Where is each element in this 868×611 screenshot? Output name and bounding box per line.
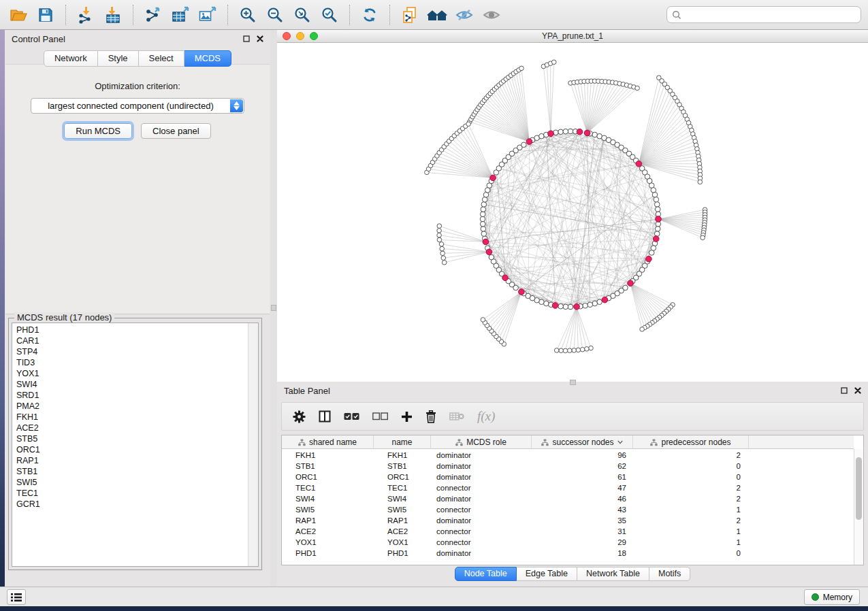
network-node[interactable]	[589, 346, 594, 350]
network-node[interactable]	[437, 233, 442, 237]
deselect-all-checkboxes-icon[interactable]	[372, 412, 388, 420]
show-panels-button[interactable]	[7, 589, 26, 605]
import-network-icon[interactable]	[74, 4, 97, 26]
close-icon[interactable]	[257, 35, 263, 42]
mcds-network-node[interactable]	[552, 303, 558, 309]
mcds-result-item[interactable]: PHD1	[12, 325, 247, 335]
mcds-network-node[interactable]	[628, 280, 634, 286]
zoom-fit-icon[interactable]	[291, 4, 314, 26]
zoom-in-icon[interactable]	[236, 4, 259, 26]
mcds-result-item[interactable]: SRD1	[12, 390, 247, 401]
tab-style[interactable]: Style	[98, 50, 139, 67]
table-scrollbar[interactable]	[854, 449, 863, 565]
network-node[interactable]	[551, 60, 556, 65]
network-node[interactable]	[466, 122, 471, 127]
table-row[interactable]: STB1STB1dominator620	[282, 461, 854, 472]
run-mcds-button[interactable]: Run MCDS	[64, 123, 132, 139]
network-node[interactable]	[563, 348, 568, 353]
mcds-result-item[interactable]: TEC1	[12, 488, 247, 499]
network-titlebar[interactable]: YPA_prune.txt_1	[277, 30, 868, 43]
network-node[interactable]	[440, 246, 445, 251]
network-node[interactable]	[481, 207, 486, 212]
network-node[interactable]	[439, 242, 444, 247]
tab-network-table[interactable]: Network Table	[577, 567, 649, 581]
column-header-shared-name[interactable]: shared name	[282, 435, 374, 449]
mcds-result-item[interactable]: ACE2	[12, 423, 247, 433]
column-chooser-icon[interactable]	[319, 410, 331, 423]
table-row[interactable]: SWI5SWI5connector431	[282, 504, 854, 515]
vertical-splitter[interactable]	[270, 30, 277, 587]
network-node[interactable]	[701, 235, 705, 240]
mcds-result-item[interactable]: PMA2	[12, 401, 247, 412]
network-node[interactable]	[480, 221, 485, 227]
mcds-network-node[interactable]	[548, 131, 554, 137]
mcds-result-item[interactable]: STP4	[12, 346, 247, 357]
zoom-out-icon[interactable]	[263, 4, 287, 26]
column-header-mcds-role[interactable]: MCDS role	[431, 435, 532, 449]
export-table-icon[interactable]	[169, 4, 192, 26]
network-node[interactable]	[558, 303, 564, 309]
network-node[interactable]	[585, 347, 590, 352]
network-node[interactable]	[480, 216, 485, 222]
network-node[interactable]	[519, 66, 524, 71]
network-node[interactable]	[554, 348, 559, 353]
network-node[interactable]	[580, 347, 585, 352]
network-node[interactable]	[481, 231, 487, 237]
network-node[interactable]	[482, 197, 487, 203]
table-row[interactable]: FKH1FKH1dominator962	[282, 450, 854, 461]
mcds-network-node[interactable]	[502, 275, 509, 281]
column-header-predecessor-nodes[interactable]: predecessor nodes	[633, 435, 749, 449]
mcds-result-item[interactable]: ORC1	[12, 444, 247, 455]
tab-select[interactable]: Select	[139, 50, 184, 67]
network-node[interactable]	[583, 303, 588, 308]
network-node[interactable]	[592, 301, 598, 306]
network-node[interactable]	[640, 327, 645, 332]
mcds-result-item[interactable]: SWI5	[12, 477, 247, 488]
network-node[interactable]	[563, 304, 568, 310]
splitter-handle[interactable]	[570, 380, 576, 385]
network-node[interactable]	[576, 348, 581, 352]
tab-edge-table[interactable]: Edge Table	[517, 567, 577, 581]
network-node[interactable]	[568, 304, 573, 310]
network-node[interactable]	[440, 251, 445, 256]
table-row[interactable]: PHD1PHD1dominator180	[282, 548, 854, 559]
splitter-handle[interactable]	[271, 305, 276, 311]
mcds-network-node[interactable]	[584, 130, 590, 136]
network-node[interactable]	[489, 254, 494, 260]
network-node[interactable]	[481, 202, 487, 208]
network-node[interactable]	[655, 207, 660, 212]
show-all-icon[interactable]	[480, 4, 503, 26]
network-node[interactable]	[437, 237, 442, 242]
network-node[interactable]	[567, 348, 572, 353]
table-row[interactable]: TEC1TEC1connector472	[282, 482, 854, 493]
close-panel-button[interactable]: Close panel	[141, 123, 211, 139]
float-icon[interactable]	[243, 35, 250, 42]
mcds-network-node[interactable]	[653, 236, 659, 242]
network-node[interactable]	[654, 202, 660, 208]
gear-icon[interactable]	[293, 410, 306, 423]
mcds-network-node[interactable]	[656, 216, 662, 222]
network-node[interactable]	[553, 130, 559, 135]
network-node[interactable]	[559, 348, 564, 353]
network-node[interactable]	[481, 227, 486, 232]
save-session-icon[interactable]	[34, 4, 57, 26]
network-node[interactable]	[437, 229, 442, 233]
table-row[interactable]: RAP1RAP1dominator352	[282, 515, 854, 526]
mcds-list-scrollbar[interactable]	[248, 323, 258, 566]
table-row[interactable]: ORC1ORC1dominator610	[282, 472, 854, 482]
mcds-result-item[interactable]: RAP1	[12, 455, 247, 466]
network-node[interactable]	[442, 261, 447, 265]
open-session-icon[interactable]	[7, 4, 30, 26]
network-node[interactable]	[652, 193, 658, 198]
export-image-icon[interactable]	[196, 4, 219, 26]
mcds-result-item[interactable]: SWI4	[12, 379, 247, 390]
network-node[interactable]	[572, 348, 577, 353]
add-column-icon[interactable]	[401, 411, 413, 423]
tab-motifs[interactable]: Motifs	[649, 567, 690, 581]
scrollbar-thumb[interactable]	[856, 457, 862, 520]
mcds-result-item[interactable]: FKH1	[12, 412, 247, 423]
tab-mcds[interactable]: MCDS	[184, 50, 231, 67]
tab-node-table[interactable]: Node Table	[455, 567, 517, 581]
search-input[interactable]	[685, 10, 856, 20]
mcds-network-node[interactable]	[486, 249, 492, 255]
